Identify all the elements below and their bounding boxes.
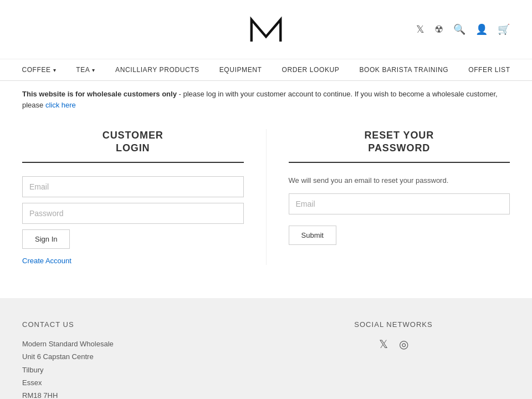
logo[interactable]	[247, 10, 285, 49]
sign-in-button[interactable]: Sign In	[22, 229, 70, 249]
submit-button[interactable]: Submit	[289, 226, 336, 245]
contact-title: CONTACT US	[22, 320, 255, 329]
twitter-icon[interactable]: 𝕏	[416, 23, 424, 35]
footer-instagram-icon[interactable]: ◎	[399, 337, 408, 351]
social-title: SOCIAL NETWORKS	[277, 320, 510, 329]
reset-panel: RESET YOUR PASSWORD We will send you an …	[289, 129, 510, 265]
notice-bold: This website is for wholesale customers …	[22, 90, 177, 98]
nav-item-barista-training[interactable]: BOOK BARISTA TRAINING	[349, 59, 458, 80]
nav-item-order-lookup[interactable]: ORDER LOOKUP	[272, 59, 349, 80]
login-password-input[interactable]	[22, 203, 244, 224]
notice-bar: This website is for wholesale customers …	[0, 81, 532, 118]
nav-item-coffee[interactable]: COFFEE ▾	[12, 59, 66, 80]
nav-item-offer-list[interactable]: OFFER LIST	[458, 59, 520, 80]
notice-link[interactable]: click here	[45, 101, 76, 109]
login-panel: CUSTOMER LOGIN Sign In Create Account	[22, 129, 244, 265]
create-account-link[interactable]: Create Account	[22, 257, 244, 265]
main-nav: COFFEE ▾ TEA ▾ ANCILLIARY PRODUCTS EQUIP…	[0, 59, 532, 81]
nav-item-ancilliary[interactable]: ANCILLIARY PRODUCTS	[105, 59, 209, 80]
contact-line: Tilbury	[22, 364, 255, 376]
caret-icon: ▾	[92, 67, 95, 73]
reset-panel-title: RESET YOUR PASSWORD	[289, 129, 510, 163]
contact-line: Essex	[22, 376, 255, 389]
header: 𝕏 ☢ 🔍 👤 🛒	[0, 0, 532, 59]
contact-details: Modern Standard WholesaleUnit 6 Capstan …	[22, 337, 255, 399]
footer-social: SOCIAL NETWORKS 𝕏 ◎	[277, 320, 510, 399]
footer-contact: CONTACT US Modern Standard WholesaleUnit…	[22, 320, 255, 399]
nav-item-tea[interactable]: TEA ▾	[66, 59, 105, 80]
reset-email-input[interactable]	[289, 193, 510, 214]
contact-line: Modern Standard Wholesale	[22, 337, 255, 350]
login-email-input[interactable]	[22, 176, 244, 197]
panel-divider	[266, 129, 267, 265]
cart-icon[interactable]: 🛒	[498, 23, 510, 35]
account-icon[interactable]: 👤	[475, 23, 488, 35]
nav-item-equipment[interactable]: EQUIPMENT	[209, 59, 272, 80]
contact-line: RM18 7HH	[22, 389, 255, 399]
login-panel-title: CUSTOMER LOGIN	[22, 129, 244, 163]
reset-description: We will send you an email to reset your …	[289, 176, 510, 185]
main-content: CUSTOMER LOGIN Sign In Create Account RE…	[0, 118, 532, 287]
instagram-icon[interactable]: ☢	[434, 23, 443, 35]
footer: CONTACT US Modern Standard WholesaleUnit…	[0, 298, 532, 399]
caret-icon: ▾	[53, 67, 57, 73]
footer-twitter-icon[interactable]: 𝕏	[379, 337, 388, 351]
contact-line: Unit 6 Capstan Centre	[22, 350, 255, 363]
search-icon[interactable]: 🔍	[453, 23, 466, 35]
